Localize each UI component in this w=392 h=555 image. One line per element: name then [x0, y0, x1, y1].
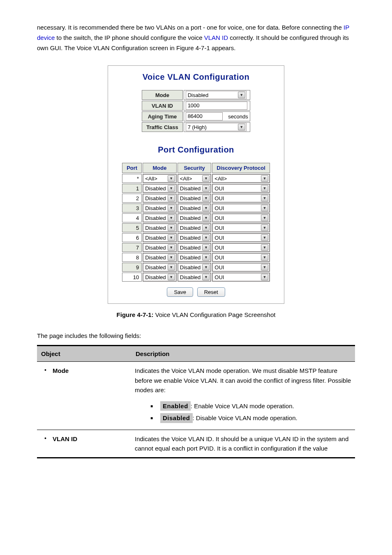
dropdown-arrow-icon: ▼: [261, 185, 268, 192]
port-discovery-select[interactable]: <All>▼: [212, 174, 270, 183]
figure-caption-a: Figure 4-7-1:: [117, 311, 154, 318]
dropdown-arrow-icon: ▼: [261, 274, 268, 280]
port-discovery-select[interactable]: OUI▼: [212, 224, 270, 232]
port-mode-select[interactable]: Disabled▼: [143, 253, 176, 261]
dropdown-arrow-icon: ▼: [202, 205, 210, 211]
port-mode-select[interactable]: Disabled▼: [143, 214, 176, 222]
port-discovery-select[interactable]: OUI▼: [212, 273, 270, 281]
port-discovery-select[interactable]: OUI▼: [212, 204, 270, 212]
port-discovery-select[interactable]: OUI▼: [212, 214, 270, 222]
vlan-id-label: VLAN ID: [142, 101, 182, 111]
port-security-select-value: Disabled: [180, 245, 201, 251]
port-number: 4: [122, 213, 142, 222]
dropdown-arrow-icon: ▼: [168, 185, 175, 192]
port-security-select[interactable]: Disabled▼: [178, 204, 211, 212]
mode-select[interactable]: Disabled ▼: [186, 91, 247, 99]
port-number: 9: [122, 263, 142, 272]
port-discovery-select-value: OUI: [214, 215, 224, 221]
port-mode-select[interactable]: Disabled▼: [143, 243, 176, 252]
port-number: 1: [122, 184, 142, 193]
port-mode-select[interactable]: Disabled▼: [143, 224, 176, 232]
port-mode-select[interactable]: Disabled▼: [143, 234, 176, 242]
dropdown-arrow-icon: ▼: [168, 195, 175, 201]
port-security-select[interactable]: Disabled▼: [178, 194, 211, 202]
port-mode-select[interactable]: <All>▼: [143, 174, 176, 183]
port-discovery-select[interactable]: OUI▼: [212, 184, 270, 192]
dropdown-arrow-icon: ▼: [168, 234, 175, 241]
table-row: 9Disabled▼Disabled▼OUI▼: [122, 263, 270, 272]
port-number: 5: [122, 223, 142, 232]
square-bullet-icon: ■: [150, 403, 160, 409]
port-discovery-select[interactable]: OUI▼: [212, 253, 270, 261]
port-mode-select-value: Disabled: [145, 215, 166, 221]
dropdown-arrow-icon: ▼: [238, 124, 245, 130]
port-security-select[interactable]: Disabled▼: [178, 214, 211, 222]
port-discovery-select-value: OUI: [214, 205, 224, 211]
port-mode-select-value: Disabled: [145, 195, 166, 201]
table-row: 4Disabled▼Disabled▼OUI▼: [122, 213, 270, 222]
dropdown-arrow-icon: ▼: [202, 254, 210, 261]
aging-time-input[interactable]: 86400: [186, 112, 223, 120]
square-bullet-icon: ■: [150, 415, 160, 421]
port-security-select[interactable]: <All>▼: [178, 174, 211, 183]
port-security-select-value: Disabled: [180, 215, 201, 221]
port-mode-select[interactable]: Disabled▼: [143, 184, 176, 192]
chip-disabled: Disabled: [160, 413, 193, 423]
intro-end: appears.: [212, 44, 235, 51]
port-security-select[interactable]: Disabled▼: [178, 234, 211, 242]
port-security-select[interactable]: Disabled▼: [178, 253, 211, 261]
traffic-class-select[interactable]: 7 (High) ▼: [186, 123, 247, 131]
vlan-id-value: 1000: [188, 102, 200, 109]
port-config-table: Port Mode Security Discovery Protocol *<…: [121, 162, 271, 282]
vlan-id-input[interactable]: 1000: [186, 102, 247, 110]
port-discovery-select[interactable]: OUI▼: [212, 194, 270, 202]
dropdown-arrow-icon: ▼: [168, 264, 175, 271]
port-discovery-select[interactable]: OUI▼: [212, 243, 270, 252]
figure-caption: Figure 4-7-1: Voice VLAN Configuration P…: [0, 311, 392, 318]
dropdown-arrow-icon: ▼: [238, 92, 245, 98]
port-security-select-value: Disabled: [180, 205, 201, 211]
table-row: 5Disabled▼Disabled▼OUI▼: [122, 223, 270, 232]
dropdown-arrow-icon: ▼: [261, 264, 268, 271]
dropdown-arrow-icon: ▼: [168, 175, 175, 182]
table-row: 3Disabled▼Disabled▼OUI▼: [122, 204, 270, 213]
port-security-select[interactable]: Disabled▼: [178, 263, 211, 271]
port-mode-select-value: Disabled: [145, 205, 166, 211]
port-mode-select[interactable]: Disabled▼: [143, 263, 176, 271]
port-discovery-select[interactable]: OUI▼: [212, 263, 270, 271]
port-discovery-select-value: <All>: [214, 176, 227, 182]
traffic-class-label: Traffic Class: [142, 122, 182, 132]
port-mode-select-value: Disabled: [145, 254, 166, 261]
save-button[interactable]: Save: [167, 287, 193, 297]
reset-button[interactable]: Reset: [197, 287, 225, 297]
port-discovery-select[interactable]: OUI▼: [212, 234, 270, 242]
dropdown-arrow-icon: ▼: [168, 205, 175, 211]
port-security-select-value: Disabled: [180, 195, 201, 201]
port-mode-select[interactable]: Disabled▼: [143, 194, 176, 202]
port-security-select[interactable]: Disabled▼: [178, 184, 211, 192]
port-security-select[interactable]: Disabled▼: [178, 224, 211, 232]
intro-link-vlanid: VLAN ID: [204, 34, 228, 41]
port-mode-select[interactable]: Disabled▼: [143, 204, 176, 212]
port-discovery-select-value: OUI: [214, 225, 224, 231]
port-security-select[interactable]: Disabled▼: [178, 243, 211, 252]
port-mode-select[interactable]: Disabled▼: [143, 273, 176, 281]
port-security-select-value: <All>: [180, 176, 192, 182]
th-dp: Discovery Protocol: [212, 163, 270, 173]
port-mode-select-value: Disabled: [145, 185, 166, 192]
voice-vlan-title: Voice VLAN Configuration: [112, 72, 280, 82]
intro-t2: to the switch, the IP phone should confi…: [57, 34, 204, 41]
bullet-icon: •: [44, 434, 53, 444]
row2-desc: Indicates the Voice VLAN ID. It should b…: [131, 430, 355, 458]
th-port: Port: [122, 163, 142, 173]
dropdown-arrow-icon: ▼: [261, 224, 268, 231]
port-security-select-value: Disabled: [180, 185, 201, 192]
dth-object: Object: [37, 346, 131, 362]
port-security-select-value: Disabled: [180, 274, 201, 280]
table-row: 2Disabled▼Disabled▼OUI▼: [122, 194, 270, 203]
port-security-select[interactable]: Disabled▼: [178, 273, 211, 281]
port-mode-select-value: Disabled: [145, 264, 166, 271]
port-number: 8: [122, 253, 142, 262]
port-security-select-value: Disabled: [180, 235, 201, 241]
dropdown-arrow-icon: ▼: [202, 224, 210, 231]
